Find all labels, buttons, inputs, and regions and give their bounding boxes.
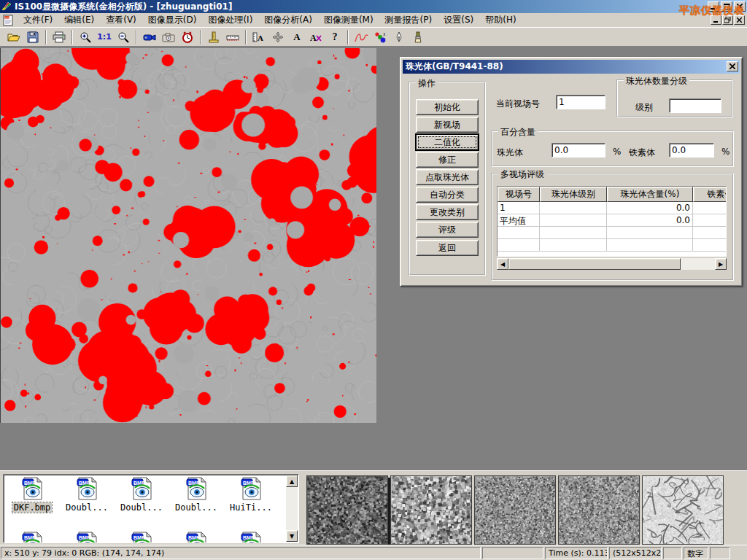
operation-button-2[interactable]: 二值化 xyxy=(416,134,479,150)
operation-button-3[interactable]: 修正 xyxy=(416,152,479,168)
delete-text-button[interactable]: A xyxy=(307,29,325,45)
table-header-2[interactable]: 珠光体含量(%) xyxy=(607,187,693,202)
mdi-close-button[interactable] xyxy=(734,15,745,25)
file-item-1[interactable]: BMPDoubl... xyxy=(60,477,114,513)
dialog-close-button[interactable] xyxy=(727,61,738,71)
operation-button-4[interactable]: 点取珠光体 xyxy=(416,169,479,185)
document-icon[interactable]: DOC xyxy=(2,15,15,26)
timer-button[interactable] xyxy=(179,29,196,45)
zoom-in-button[interactable] xyxy=(77,29,94,45)
file-item-2[interactable]: BMPDoubl... xyxy=(115,477,169,513)
close-button[interactable] xyxy=(734,1,746,12)
operation-button-0[interactable]: 初始化 xyxy=(416,99,479,115)
operation-button-7[interactable]: 评级 xyxy=(416,222,479,238)
thumbnail-4[interactable] xyxy=(642,475,724,545)
file-item-row2-4[interactable]: BMP xyxy=(224,532,278,543)
file-item-0[interactable]: BMPDKF.bmp xyxy=(5,477,59,513)
dialog-title-bar[interactable]: 珠光体(GB/T9441-88) xyxy=(403,60,740,74)
file-item-row2-3[interactable]: BMP xyxy=(169,532,223,543)
classify-dots-button[interactable]: 3 xyxy=(371,29,389,45)
menu-item-8[interactable]: 设置(S) xyxy=(438,12,479,28)
table-header-1[interactable]: 珠光体级别 xyxy=(540,187,607,202)
maximize-button[interactable] xyxy=(721,1,732,12)
table-header-3[interactable]: 铁素体含量(%) xyxy=(693,187,727,202)
operation-button-5[interactable]: 自动分类 xyxy=(416,187,479,203)
move-cross-button[interactable] xyxy=(269,29,287,45)
menu-item-9[interactable]: 帮助(H) xyxy=(479,12,522,28)
thumbnail-3[interactable] xyxy=(558,475,640,545)
camera-icon xyxy=(162,32,175,42)
move-cross-icon xyxy=(272,31,284,43)
grade-input[interactable] xyxy=(669,98,721,113)
minimize-button[interactable] xyxy=(708,1,719,12)
table-row-1[interactable]: 平均值0.0 xyxy=(498,214,726,227)
toolbar: 1:1AAA?3 xyxy=(0,28,747,47)
table-header-0[interactable]: 视场号 xyxy=(498,187,540,202)
bmp-file-icon: BMP xyxy=(75,477,98,500)
caliper-button[interactable] xyxy=(205,29,222,45)
help-button[interactable]: ? xyxy=(326,29,344,45)
table-row-0[interactable]: 10.0 xyxy=(498,202,726,214)
file-item-row2-1[interactable]: BMP xyxy=(60,532,114,543)
actual-size-icon: 1:1 xyxy=(97,32,112,42)
thumbnail-0[interactable] xyxy=(306,475,388,545)
pearlite-input[interactable]: 0.0 xyxy=(551,143,605,158)
camera-button[interactable] xyxy=(160,29,177,45)
file-item-4[interactable]: BMPHuiTi... xyxy=(224,477,278,513)
file-list-scrollbar: ▲ ▼ xyxy=(286,475,298,542)
ferrite-input[interactable]: 0.0 xyxy=(669,143,714,158)
file-name: Doubl... xyxy=(64,502,109,513)
save-button[interactable] xyxy=(24,29,42,45)
menu-item-2[interactable]: 查看(V) xyxy=(100,12,142,28)
ferrite-percent-sign: % xyxy=(721,147,729,157)
scroll-right-button[interactable]: ▶ xyxy=(715,258,727,270)
curve-button[interactable] xyxy=(352,29,370,45)
thumbnail-2[interactable] xyxy=(474,475,556,545)
video-camera-button[interactable] xyxy=(141,29,158,45)
operation-button-6[interactable]: 更改类别 xyxy=(416,204,479,220)
text-button[interactable]: A xyxy=(288,29,306,45)
table-row-2[interactable] xyxy=(498,227,726,239)
file-item-row2-2[interactable]: BMP xyxy=(115,532,169,543)
operation-button-1[interactable]: 新视场 xyxy=(416,117,479,133)
classify-dots-icon: 3 xyxy=(374,31,387,43)
open-button[interactable] xyxy=(5,29,23,45)
menu-item-3[interactable]: 图像显示(D) xyxy=(142,12,203,28)
pen-button[interactable] xyxy=(390,29,408,45)
mdi-restore-button[interactable] xyxy=(722,15,733,25)
menu-item-4[interactable]: 图像处理(I) xyxy=(202,12,258,28)
menu-item-6[interactable]: 图像测量(M) xyxy=(318,12,379,28)
multifield-table[interactable]: 视场号珠光体级别珠光体含量(%)铁素体含量(%)10.0平均值0.0 xyxy=(497,186,727,257)
scrollbar-thumb[interactable] xyxy=(508,258,681,270)
mdi-minimize-button[interactable] xyxy=(711,15,721,25)
file-name: DKF.bmp xyxy=(12,502,53,513)
scroll-left-button[interactable]: ◀ xyxy=(497,258,508,270)
menu-item-1[interactable]: 编辑(E) xyxy=(58,12,100,28)
file-item-row2-0[interactable]: BMP xyxy=(5,532,59,543)
status-panel-4 xyxy=(663,547,682,559)
ruler-button[interactable] xyxy=(224,29,241,45)
measure-ruler-button[interactable]: A xyxy=(250,29,268,45)
file-list: BMPDKF.bmpBMPDoubl...BMPDoubl...BMPDoubl… xyxy=(3,474,299,543)
actual-size-button[interactable]: 1:1 xyxy=(96,29,113,45)
bmp-file-icon: BMP xyxy=(130,532,153,543)
brush-button[interactable] xyxy=(409,29,427,45)
toolbar-separator xyxy=(71,30,73,44)
operation-button-8[interactable]: 返回 xyxy=(416,240,479,256)
print-icon xyxy=(53,31,66,43)
specimen-image[interactable] xyxy=(0,48,376,423)
timer-icon xyxy=(182,31,193,43)
print-button[interactable] xyxy=(50,29,68,45)
multifield-group-label: 多视场评级 xyxy=(498,168,546,181)
menu-item-7[interactable]: 测量报告(P) xyxy=(379,12,438,28)
menu-item-0[interactable]: 文件(F) xyxy=(18,12,58,28)
scroll-up-button[interactable]: ▲ xyxy=(286,475,298,487)
scroll-down-button[interactable]: ▼ xyxy=(286,530,298,542)
thumbnail-1[interactable] xyxy=(390,475,472,545)
brush-icon xyxy=(414,31,422,43)
file-item-3[interactable]: BMPDoubl... xyxy=(169,477,223,513)
table-row-3[interactable] xyxy=(498,239,726,252)
current-field-input[interactable]: 1 xyxy=(556,95,605,109)
menu-item-5[interactable]: 图像分析(A) xyxy=(258,12,318,28)
zoom-out-button[interactable] xyxy=(115,29,132,45)
